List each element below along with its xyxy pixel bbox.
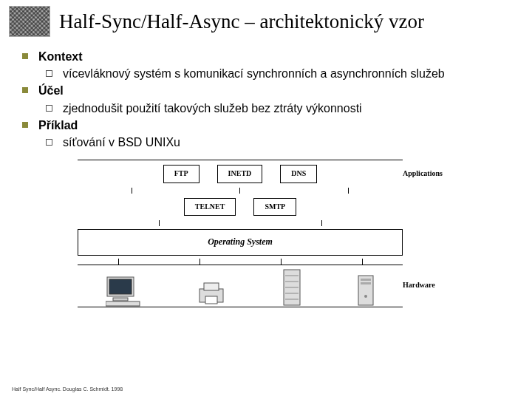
subbullet-priklad: síťování v BSD UNIXu (46, 134, 517, 151)
open-square-bullet-icon (46, 139, 52, 146)
bullet-kontext: Kontext (22, 48, 517, 65)
architecture-diagram: FTP INETD DNS Applications TELNET SMTP O… (78, 160, 462, 307)
app-box-smtp: SMTP (253, 198, 296, 216)
square-bullet-icon (22, 87, 28, 93)
square-bullet-icon (22, 122, 28, 128)
bullet-text: Příklad (38, 117, 78, 134)
app-box-inetd: INETD (217, 165, 263, 183)
subbullet-text: zjednodušit použití takových služeb bez … (63, 100, 362, 117)
label-applications: Applications (403, 168, 462, 180)
server-rack-icon (282, 268, 301, 307)
subbullet-text: vícevláknový systém s komunikací synchro… (63, 65, 445, 82)
app-box-ftp: FTP (163, 165, 200, 183)
svg-rect-14 (361, 279, 371, 281)
label-hardware: Hardware (403, 280, 462, 291)
logo-icon (9, 6, 50, 37)
footer-citation: Half Sync/Half Async. Douglas C. Schmidt… (12, 386, 123, 392)
subbullet-ucel: zjednodušit použití takových služeb bez … (46, 100, 517, 117)
app-box-telnet: TELNET (184, 198, 236, 216)
svg-point-16 (364, 295, 367, 298)
monitor-icon (106, 276, 141, 307)
svg-rect-5 (204, 283, 219, 290)
subbullet-text: síťování v BSD UNIXu (63, 134, 180, 151)
svg-rect-6 (205, 296, 217, 304)
printer-icon (197, 282, 226, 307)
open-square-bullet-icon (46, 105, 52, 112)
slide-header: Half-Sync/Half-Async – architektonický v… (0, 0, 532, 41)
bullet-priklad: Příklad (22, 117, 517, 134)
slide-title: Half-Sync/Half-Async – architektonický v… (59, 10, 424, 33)
svg-rect-15 (361, 282, 371, 284)
bullet-text: Kontext (38, 48, 83, 65)
tower-pc-icon (357, 274, 375, 307)
slide-content: Kontext vícevláknový systém s komunikací… (0, 41, 532, 307)
os-box: Operating System (78, 229, 403, 255)
svg-rect-3 (106, 301, 140, 306)
bullet-ucel: Účel (22, 82, 517, 99)
bullet-text: Účel (38, 82, 64, 99)
svg-rect-1 (109, 279, 132, 294)
svg-rect-2 (113, 298, 128, 301)
app-box-dns: DNS (280, 165, 317, 183)
open-square-bullet-icon (46, 70, 52, 77)
square-bullet-icon (22, 53, 28, 59)
subbullet-kontext: vícevláknový systém s komunikací synchro… (46, 65, 517, 82)
